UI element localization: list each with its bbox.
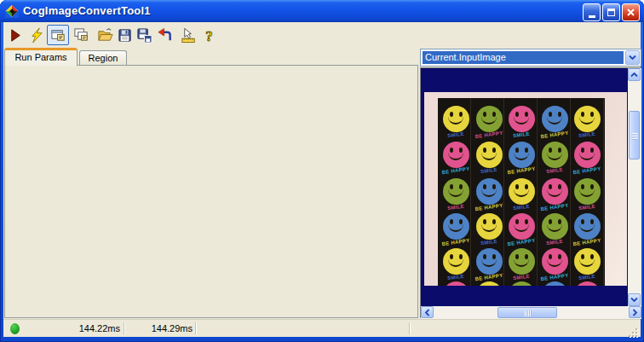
smiley-face (542, 213, 568, 240)
smiley-face (443, 178, 469, 205)
tab-region-label: Region (89, 53, 118, 63)
smiley-face (509, 178, 535, 205)
smiley-face (542, 142, 568, 168)
save-as-icon (136, 27, 152, 43)
smiley-face (574, 281, 601, 287)
svg-text:?: ? (205, 27, 213, 43)
pixel-grid-ruler-icon (181, 27, 197, 43)
statusbar-separator (195, 322, 196, 334)
scroll-right-button[interactable] (629, 306, 641, 318)
image-record-combobox[interactable]: Current.InputImage (420, 49, 641, 67)
help-button[interactable]: ? (199, 25, 218, 45)
smiley-face (574, 213, 601, 240)
sticker-label: BE HAPPY (438, 237, 474, 247)
minimize-icon (589, 15, 595, 18)
close-button[interactable] (622, 3, 640, 21)
smiley-face (509, 213, 535, 240)
electric-run-icon (28, 27, 44, 43)
status-bar: 144.22ms 144.29ms (3, 319, 641, 337)
run-time-value: 144.22ms (37, 323, 120, 333)
chevron-right-icon (631, 309, 639, 316)
smiley-face (509, 281, 535, 287)
smiley-face (542, 281, 568, 287)
pixel-grid-ruler-button[interactable] (179, 25, 198, 45)
tab-run-params-label: Run Params (14, 52, 66, 62)
electric-run-button[interactable] (26, 25, 45, 45)
smiley-face (443, 142, 469, 168)
show-last-run-record-icon (50, 27, 66, 43)
scroll-up-button[interactable] (628, 68, 641, 81)
scroll-left-button[interactable] (421, 306, 434, 318)
horizontal-scrollbar[interactable] (421, 306, 641, 319)
cognex-app-icon[interactable] (5, 4, 19, 18)
save-button[interactable] (115, 25, 134, 45)
image-record-dropdown-button[interactable] (625, 50, 640, 65)
sticker-label: SMILE (438, 130, 474, 140)
statusbar-separator (124, 322, 124, 334)
smiley-face (509, 106, 535, 132)
smiley-face (476, 281, 503, 287)
scroll-down-button[interactable] (628, 293, 641, 306)
smiley-face (476, 213, 503, 240)
image-display: SMILEBE HAPPYSMILEBE HAPPYSMILEBE HAPPYS… (420, 67, 641, 318)
open-file-icon (97, 27, 113, 43)
save-icon (117, 27, 133, 43)
smiley-face (574, 106, 601, 132)
smiley-face (542, 248, 568, 275)
smiley-face (574, 142, 601, 168)
smiley-face (509, 248, 535, 275)
run-button[interactable] (6, 25, 25, 45)
smiley-face (509, 142, 535, 168)
maximize-icon (607, 9, 615, 16)
reset-button[interactable] (155, 25, 174, 45)
chevron-left-icon (423, 309, 431, 316)
run-params-page (4, 65, 418, 318)
total-time-value: 144.29ms (131, 323, 193, 333)
smiley-face (443, 106, 469, 132)
chevron-down-icon (630, 296, 638, 304)
smiley-face (476, 106, 503, 132)
sticker-sheet: SMILEBE HAPPYSMILEBE HAPPYSMILEBE HAPPYS… (438, 98, 605, 286)
smiley-face (542, 106, 568, 132)
smiley-face (476, 142, 503, 168)
sticker-label: SMILE (438, 202, 474, 212)
thumb-grip (632, 133, 638, 140)
smiley-face (443, 213, 469, 240)
vertical-scroll-thumb[interactable] (629, 111, 640, 159)
smiley-face (574, 248, 601, 275)
minimize-button[interactable] (583, 3, 601, 21)
window-title: CogImageConvertTool1 (23, 4, 151, 17)
smiley-face (476, 178, 503, 205)
tab-run-params[interactable]: Run Params (4, 48, 78, 66)
resize-grip[interactable] (629, 328, 639, 339)
window-body: ? Run Params Region Run Mode: Intensity … (3, 22, 641, 337)
statusbar-separator (409, 322, 410, 334)
help-icon: ? (201, 27, 217, 43)
smiley-face (574, 178, 601, 205)
chevron-down-icon (629, 55, 636, 61)
toolbar: ? (3, 22, 641, 48)
tool-window: CogImageConvertTool1 (0, 0, 644, 342)
chevron-up-icon (630, 71, 638, 78)
smiley-face (476, 248, 503, 275)
maximize-button[interactable] (602, 3, 620, 21)
open-file-button[interactable] (95, 25, 114, 45)
thumb-grip (525, 310, 532, 316)
close-icon (626, 8, 635, 17)
sticker-label: BE HAPPY (438, 165, 474, 176)
smiley-face (443, 248, 469, 275)
copy-record-icon (73, 27, 89, 43)
copy-record-button[interactable] (72, 25, 90, 45)
image-record-value: Current.InputImage (423, 51, 624, 64)
save-as-button[interactable] (135, 25, 153, 45)
horizontal-scroll-thumb[interactable] (497, 307, 557, 318)
vertical-scrollbar[interactable] (628, 68, 641, 306)
reset-icon (157, 27, 173, 43)
run-icon (8, 27, 24, 43)
tab-region[interactable]: Region (79, 50, 127, 66)
show-last-run-record-button[interactable] (47, 25, 69, 45)
image-viewport[interactable]: SMILEBE HAPPYSMILEBE HAPPYSMILEBE HAPPYS… (421, 68, 628, 306)
status-indicator-icon (10, 323, 20, 334)
smiley-face (443, 281, 469, 287)
smiley-face (542, 178, 568, 205)
